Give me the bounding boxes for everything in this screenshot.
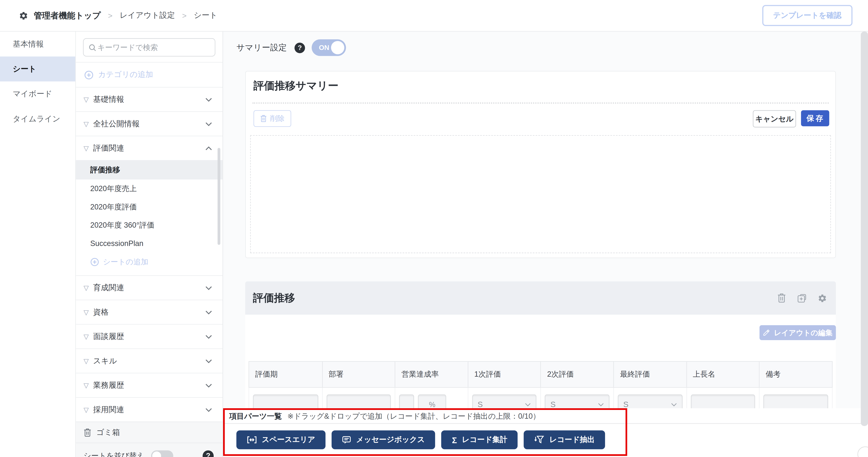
chevron-down-icon[interactable] [205,407,212,412]
delete-button[interactable]: 削除 [253,110,291,127]
category-marker-icon: ▽ [84,406,89,413]
message-icon [342,436,351,444]
divider [223,423,868,424]
category-marker-icon: ▽ [84,357,89,365]
column-header: 上長名 [686,362,759,387]
help-icon[interactable]: ? [294,42,305,53]
main-content: サマリー設定 ? ON 評価推移サマリー 削除 キャンセル 保存 評価推移 [223,32,868,457]
pencil-icon [763,329,770,336]
chevron-down-icon [525,402,531,406]
chevron-down-icon[interactable] [205,97,212,102]
plus-circle-icon [84,70,94,80]
toggle-on-label: ON [319,44,330,52]
sheet-sidebar: カテゴリの追加 ▽ 基礎情報 ▽ 全社公開情報 ▽ 評価関連 評価推移 2020… [76,32,223,457]
breadcrumb-separator: > [108,11,113,20]
sheet-item-2020-sales[interactable]: 2020年度売上 [76,179,222,198]
tab-myboard[interactable]: マイボード [0,81,75,106]
sheet-section-title: 評価推移 [253,291,295,305]
funnel-icon [534,435,545,445]
search-box[interactable] [83,38,215,57]
parts-buttons: スペースエリア メッセージボックス Σ レコード集計 レコード抽出 [236,430,605,449]
help-icon[interactable]: ? [203,450,214,457]
parts-panel-title: 項目パーツ一覧 [229,411,282,422]
add-sheet-button[interactable]: シートの追加 [76,253,222,271]
category-row-development[interactable]: ▽ 育成関連 [76,276,222,300]
category-row-interview-history[interactable]: ▽ 面談履歴 [76,324,222,348]
category-marker-icon: ▽ [84,95,89,103]
primary-nav: 基本情報 シート マイボード タイムライン [0,32,76,457]
search-icon [89,44,96,51]
search-input[interactable] [96,42,210,52]
category-row-company-public[interactable]: ▽ 全社公開情報 [76,111,222,136]
record-extract-part-button[interactable]: レコード抽出 [524,430,605,449]
sheet-item-2020-360-evaluation[interactable]: 2020年度 360°評価 [76,216,222,234]
category-marker-icon: ▽ [84,144,89,152]
category-row-basic[interactable]: ▽ 基礎情報 [76,87,222,111]
plus-circle-icon [90,257,99,266]
cancel-button[interactable]: キャンセル [753,110,796,127]
spacer-icon [247,436,257,444]
column-header: 最終評価 [613,362,686,387]
chevron-up-icon[interactable] [205,146,212,150]
summary-settings-bar: サマリー設定 ? ON [236,39,346,56]
category-marker-icon: ▽ [84,381,89,389]
chevron-down-icon [671,402,677,406]
trash-bin-item[interactable]: ゴミ箱 [76,422,222,442]
message-box-part-button[interactable]: メッセージボックス [332,430,435,449]
dotted-divider [252,103,829,104]
edit-layout-button[interactable]: レイアウトの編集 [760,325,836,340]
sheet-item-succession-plan[interactable]: SuccessionPlan [76,234,222,253]
category-row-recruiting[interactable]: ▽ 採用関連 [76,397,222,422]
reorder-toggle[interactable] [151,450,173,457]
duplicate-icon[interactable] [797,293,807,303]
gear-icon[interactable] [818,293,827,303]
column-header: 1次評価 [468,362,540,387]
summary-toggle[interactable]: ON [312,39,346,56]
category-marker-icon: ▽ [84,284,89,292]
column-header: 評価期 [249,362,322,387]
space-area-part-button[interactable]: スペースエリア [236,430,326,449]
trash-icon[interactable] [777,293,786,303]
column-header: 2次評価 [540,362,613,387]
template-check-button[interactable]: テンプレートを確認 [762,5,852,26]
sheet-item-2020-evaluation[interactable]: 2020年度評価 [76,198,222,216]
reorder-sheets-row: シートを並び替え ? [76,442,222,457]
chevron-down-icon[interactable] [205,310,212,314]
category-row-skill[interactable]: ▽ スキル [76,348,222,373]
sheet-section-actions [777,293,827,303]
summary-card-title: 評価推移サマリー [253,79,338,93]
tab-basic-info[interactable]: 基本情報 [0,32,75,56]
breadcrumb-layout-settings[interactable]: レイアウト設定 [120,10,175,21]
category-row-work-history[interactable]: ▽ 業務履歴 [76,373,222,397]
chevron-down-icon[interactable] [205,383,212,387]
trash-icon [260,115,267,122]
sheet-item-evaluation-trend[interactable]: 評価推移 [76,160,222,179]
add-category-button[interactable]: カテゴリの追加 [76,63,222,87]
sidebar-scrollbar[interactable] [218,148,220,245]
category-row-evaluation[interactable]: ▽ 評価関連 [76,136,222,160]
app-window: 管理者機能トップ > レイアウト設定 > シート テンプレートを確認 基本情報 … [0,0,868,457]
app-header: 管理者機能トップ > レイアウト設定 > シート テンプレートを確認 [0,0,868,32]
toggle-knob [152,451,161,457]
save-button[interactable]: 保存 [801,110,829,126]
chevron-down-icon[interactable] [205,359,212,363]
category-marker-icon: ▽ [84,120,89,128]
chevron-down-icon[interactable] [205,334,212,339]
chevron-down-icon[interactable] [205,122,212,126]
trash-icon [84,428,91,437]
toggle-knob [331,41,344,54]
summary-drop-area[interactable] [250,135,831,253]
column-header: 備考 [759,362,832,387]
table-header-row: 評価期 部署 営業達成率 1次評価 2次評価 最終評価 上長名 備考 [249,361,833,388]
summary-settings-label: サマリー設定 [236,42,287,53]
category-row-qualification[interactable]: ▽ 資格 [76,300,222,324]
tab-sheet[interactable]: シート [0,56,75,81]
record-sum-part-button[interactable]: Σ レコード集計 [441,430,518,449]
tab-timeline[interactable]: タイムライン [0,106,75,131]
page-scrollbar[interactable] [861,32,868,426]
category-marker-icon: ▽ [84,308,89,316]
page-title: 管理者機能トップ [34,10,101,21]
chevron-down-icon [598,402,604,406]
breadcrumb-separator: > [182,11,187,20]
chevron-down-icon[interactable] [205,286,212,290]
